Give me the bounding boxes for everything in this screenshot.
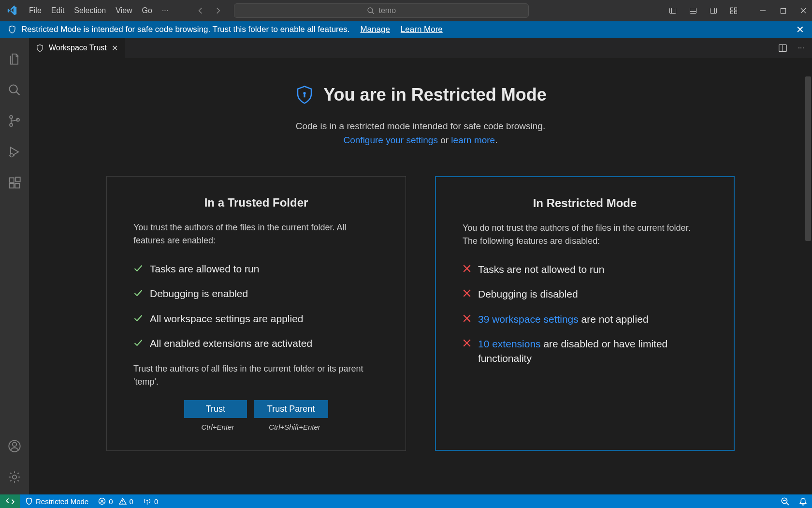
svg-rect-13 bbox=[781, 8, 785, 13]
banner-manage-link[interactable]: Manage bbox=[360, 25, 390, 34]
svg-point-0 bbox=[368, 8, 373, 13]
svg-point-30 bbox=[13, 475, 16, 479]
split-editor-icon[interactable] bbox=[778, 44, 787, 53]
svg-point-16 bbox=[10, 85, 17, 93]
x-icon bbox=[463, 314, 471, 323]
subtitle-or: or bbox=[438, 135, 451, 145]
trust-parent-shortcut: Ctrl+Shift+Enter bbox=[260, 423, 330, 431]
restricted-feature-item: Debugging is disabled bbox=[463, 287, 707, 301]
trusted-folder-box: In a Trusted Folder You trust the author… bbox=[106, 176, 406, 451]
trust-parent-button[interactable]: Trust Parent bbox=[254, 400, 328, 418]
menu-selection[interactable]: Selection bbox=[69, 6, 111, 15]
svg-line-50 bbox=[786, 503, 789, 505]
restricted-feature-item: 10 extensions are disabled or have limit… bbox=[463, 337, 707, 365]
extensions-link[interactable]: 10 extensions bbox=[478, 338, 541, 349]
nav-back-icon[interactable] bbox=[196, 6, 205, 15]
svg-rect-9 bbox=[735, 8, 737, 10]
menu-edit[interactable]: Edit bbox=[46, 6, 70, 15]
more-actions-icon[interactable]: ··· bbox=[798, 44, 804, 52]
trusted-feature-item: All workspace settings are applied bbox=[133, 312, 379, 326]
shield-icon bbox=[36, 44, 44, 52]
menu-more-icon[interactable]: ··· bbox=[157, 6, 173, 15]
svg-line-1 bbox=[372, 12, 374, 14]
search-text: temo bbox=[378, 6, 396, 15]
svg-point-18 bbox=[10, 116, 13, 119]
scrollbar-thumb[interactable] bbox=[805, 76, 811, 241]
trusted-feature-item: All enabled extensions are activated bbox=[133, 336, 379, 350]
configure-settings-link[interactable]: Configure your settings bbox=[344, 135, 438, 145]
error-icon bbox=[98, 497, 106, 505]
explorer-icon[interactable] bbox=[7, 51, 22, 67]
accounts-icon[interactable] bbox=[7, 438, 22, 454]
svg-point-19 bbox=[10, 123, 13, 126]
window-maximize-icon[interactable] bbox=[779, 7, 787, 15]
source-control-icon[interactable] bbox=[7, 113, 22, 129]
tab-workspace-trust[interactable]: Workspace Trust ✕ bbox=[29, 38, 125, 58]
x-icon bbox=[463, 264, 471, 273]
x-icon bbox=[463, 289, 471, 298]
extensions-icon[interactable] bbox=[7, 175, 22, 191]
trusted-box-footer: Trust the authors of all files in the cu… bbox=[133, 362, 379, 388]
status-restricted-mode[interactable]: Restricted Mode bbox=[20, 494, 93, 508]
radio-tower-icon bbox=[143, 497, 151, 506]
run-debug-icon[interactable] bbox=[7, 144, 22, 160]
layout-panel-icon[interactable] bbox=[689, 7, 697, 15]
trusted-box-desc: You trust the authors of the files in th… bbox=[133, 221, 379, 247]
tab-bar: Workspace Trust ✕ ··· bbox=[29, 38, 812, 58]
learn-more-link[interactable]: learn more bbox=[451, 135, 495, 145]
tab-title: Workspace Trust bbox=[49, 44, 107, 52]
restricted-feature-item: 39 workspace settings are not applied bbox=[463, 312, 707, 326]
hero-title: You are in Restricted Mode bbox=[323, 85, 546, 105]
restricted-box-desc: You do not trust the authors of the file… bbox=[463, 222, 707, 248]
settings-gear-icon[interactable] bbox=[7, 469, 22, 485]
subtitle-line1: Code is in a restricted mode intended fo… bbox=[48, 120, 793, 134]
status-feedback[interactable] bbox=[776, 494, 794, 508]
window-close-icon[interactable] bbox=[799, 7, 807, 15]
menu-view[interactable]: View bbox=[111, 6, 137, 15]
svg-rect-24 bbox=[10, 178, 14, 182]
svg-rect-11 bbox=[735, 11, 737, 14]
customize-layout-icon[interactable] bbox=[730, 7, 738, 15]
trusted-feature-item: Tasks are allowed to run bbox=[133, 262, 379, 276]
menu-file[interactable]: File bbox=[24, 6, 46, 15]
svg-rect-25 bbox=[10, 183, 14, 188]
layout-sidebar-right-icon[interactable] bbox=[710, 7, 717, 15]
svg-point-48 bbox=[146, 499, 148, 501]
editor-area: Workspace Trust ✕ ··· You are in Restric… bbox=[29, 38, 812, 494]
trusted-feature-item: Debugging is enabled bbox=[133, 286, 379, 300]
check-icon bbox=[133, 338, 143, 348]
command-center-search[interactable]: temo bbox=[234, 3, 529, 18]
warning-icon bbox=[119, 497, 127, 505]
vscode-logo-icon bbox=[7, 5, 17, 16]
restricted-box-title: In Restricted Mode bbox=[463, 196, 707, 210]
menu-go[interactable]: Go bbox=[137, 6, 157, 15]
activity-bar bbox=[0, 38, 29, 494]
trust-button[interactable]: Trust bbox=[184, 400, 247, 418]
svg-point-29 bbox=[13, 442, 16, 446]
banner-learn-more-link[interactable]: Learn More bbox=[401, 25, 443, 34]
shield-lock-icon bbox=[294, 85, 315, 105]
layout-sidebar-left-icon[interactable] bbox=[669, 7, 677, 15]
banner-message: Restricted Mode is intended for safe cod… bbox=[21, 25, 349, 34]
workspace-settings-link[interactable]: 39 workspace settings bbox=[478, 314, 579, 325]
minimap[interactable] bbox=[804, 62, 812, 494]
window-minimize-icon[interactable] bbox=[759, 7, 767, 15]
svg-line-17 bbox=[16, 92, 20, 95]
status-notifications[interactable] bbox=[794, 494, 812, 508]
svg-rect-6 bbox=[710, 8, 717, 14]
tab-close-icon[interactable]: ✕ bbox=[112, 44, 118, 53]
status-ports[interactable]: 0 bbox=[138, 494, 163, 508]
check-icon bbox=[133, 264, 143, 273]
check-icon bbox=[133, 314, 143, 323]
nav-forward-icon[interactable] bbox=[214, 6, 222, 15]
svg-rect-10 bbox=[731, 11, 733, 14]
remote-indicator[interactable] bbox=[0, 494, 20, 508]
restricted-feature-item: Tasks are not allowed to run bbox=[463, 262, 707, 276]
shield-icon bbox=[8, 25, 16, 34]
restricted-mode-box: In Restricted Mode You do not trust the … bbox=[435, 176, 735, 451]
search-icon[interactable] bbox=[7, 82, 22, 98]
banner-close-icon[interactable]: ✕ bbox=[796, 24, 804, 35]
restricted-mode-banner: Restricted Mode is intended for safe cod… bbox=[0, 21, 812, 38]
trusted-box-title: In a Trusted Folder bbox=[133, 196, 379, 209]
status-problems[interactable]: 0 0 bbox=[93, 494, 138, 508]
